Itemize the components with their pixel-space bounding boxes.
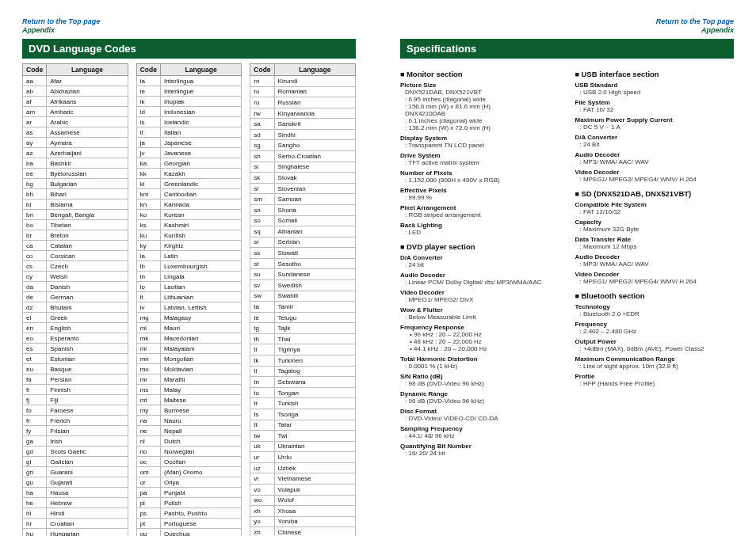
- lang-code: sq: [250, 226, 274, 238]
- lang-code: oc: [136, 457, 160, 467]
- lang-code: eo: [23, 333, 47, 344]
- table-row: ukUkrainian: [250, 441, 356, 452]
- lang-name: Esperanto: [47, 333, 128, 344]
- lang-name: Fiji: [47, 395, 128, 405]
- spec-value: 2.402 – 2.480 GHz: [575, 328, 735, 335]
- spec-item: CapacityMaximum 32G Byte: [575, 219, 735, 233]
- return-link[interactable]: Return to the Top page: [656, 17, 734, 25]
- lang-name: Italian: [160, 127, 241, 138]
- spec-item: Wow & FlutterBelow Measurable Limit: [400, 306, 559, 321]
- lang-name: Breton: [47, 230, 128, 241]
- table-row: ptPortuguese: [136, 519, 242, 529]
- table-row: thThai: [250, 333, 356, 344]
- spec-item: Sampling Frequency44.1/ 48/ 96 kHz: [400, 425, 559, 439]
- table-row: saSanskrit: [250, 119, 356, 130]
- spec-value: MPEG1/ MPEG2/ MPEG4/ WMV/ H.264: [575, 176, 735, 183]
- lang-code: id: [136, 107, 160, 117]
- spec-value: TFT active matrix system: [400, 159, 559, 166]
- table-row: csCzech: [23, 261, 128, 272]
- lang-name: Czech: [47, 261, 128, 272]
- lang-name: Volapuk: [274, 484, 355, 495]
- table-row: ruRussian: [250, 97, 356, 108]
- spec-value: Bluetooth 2.0 +EDR: [575, 310, 735, 317]
- spec-label: S/N Ratio (dB): [400, 373, 559, 380]
- lang-code: la: [136, 251, 160, 261]
- lang-code: mi: [136, 323, 160, 333]
- lang-code: ky: [136, 241, 160, 251]
- lang-name: Telugu: [274, 312, 355, 323]
- table-row: noNorwegian: [136, 447, 242, 457]
- lang-code: br: [23, 230, 47, 241]
- col-code: Code: [136, 64, 160, 76]
- lang-tables: Code Language aaAfarabAbkhazianafAfrikaa…: [22, 63, 356, 536]
- table-row: srSerbian: [250, 237, 356, 248]
- table-row: paPunjabi: [136, 488, 242, 498]
- table-row: ayAymara: [23, 138, 128, 148]
- table-row: tkTurkmen: [250, 355, 356, 367]
- spec-label: Sampling Frequency: [400, 425, 559, 432]
- table-row: mkMacedonian: [136, 333, 242, 344]
- return-link[interactable]: Return to the Top page: [22, 17, 100, 25]
- table-row: idIndonesian: [136, 107, 242, 117]
- table-row: tiTigrinya: [250, 344, 356, 355]
- table-row: elGreek: [23, 313, 128, 323]
- lang-name: Tsonga: [274, 409, 355, 420]
- lang-name: Malayalam: [160, 344, 241, 354]
- table-row: baBashkir: [23, 158, 128, 169]
- spec-value: 98 dB (DVD-Video 96 kHz): [400, 397, 559, 405]
- table-row: suSundanese: [250, 269, 356, 280]
- spec-value: MPEG1/ MPEG2/ MPEG4/ WMV/ H.264: [575, 278, 735, 285]
- lang-name: Bashkir: [47, 158, 128, 169]
- table-row: zhChinese: [250, 527, 356, 536]
- table-row: haHausa: [23, 488, 128, 498]
- spec-col-right: USB interface sectionUSB StandardUSB 2.0…: [575, 63, 735, 460]
- lang-code: sw: [250, 291, 274, 302]
- lang-name: Tamil: [274, 302, 355, 313]
- lang-name: Persian: [47, 374, 128, 385]
- lang-code: lt: [136, 292, 160, 302]
- lang-name: Ukrainian: [274, 441, 355, 452]
- appendix-link[interactable]: Appendix: [22, 26, 55, 34]
- table-row: trTurkish: [250, 398, 356, 409]
- spec-value: Maximum 32G Byte: [575, 226, 735, 233]
- lang-code: my: [136, 405, 160, 416]
- lang-code: gd: [23, 447, 47, 457]
- lang-code: na: [136, 416, 160, 426]
- section-heading: DVD player section: [400, 242, 559, 251]
- spec-label: Total Harmonic Distortion: [400, 355, 559, 363]
- spec-value: RGB striped arrangement: [400, 211, 559, 219]
- lang-code: uk: [250, 441, 274, 452]
- lang-code: af: [23, 97, 47, 107]
- lang-name: English: [47, 323, 128, 333]
- lang-name: Serbian: [274, 237, 355, 248]
- lang-name: Malay: [160, 385, 241, 395]
- section-heading: Monitor section: [400, 70, 559, 78]
- spec-col-left: Monitor sectionPicture SizeDNX521DAB, DN…: [400, 63, 559, 460]
- lang-name: Luxembourgish: [160, 261, 241, 272]
- lang-code: ms: [136, 385, 160, 395]
- section-heading: SD (DNX521DAB, DNX521VBT): [575, 189, 735, 198]
- spec-label: Back Lighting: [400, 222, 559, 229]
- lang-name: Sanskrit: [274, 119, 355, 130]
- lang-name: Sindhi: [274, 129, 355, 140]
- spec-label: Maximum Power Supply Current: [575, 116, 735, 124]
- lang-code: ay: [23, 138, 47, 148]
- lang-name: Assamese: [47, 127, 128, 138]
- lang-name: Greek: [47, 313, 128, 323]
- lang-code: it: [136, 127, 160, 138]
- table-row: abAbkhazian: [23, 86, 128, 97]
- lang-name: Tatar: [274, 420, 355, 431]
- lang-code: ja: [136, 138, 160, 148]
- table-row: frFrench: [23, 416, 128, 426]
- table-row: uzUzbek: [250, 462, 356, 473]
- lang-name: Frisian: [47, 426, 128, 436]
- table-row: stSesotho: [250, 258, 356, 269]
- appendix-link[interactable]: Appendix: [701, 26, 734, 34]
- lang-code: th: [250, 333, 274, 344]
- lang-code: aa: [23, 76, 47, 86]
- lang-name: Irish: [47, 436, 128, 447]
- spec-label: Disc Format: [400, 408, 559, 415]
- spec-bullet: 44.1 kHz : 20 – 20,000 Hz: [410, 345, 559, 352]
- lang-name: Siswati: [274, 248, 355, 259]
- table-row: toTongan: [250, 387, 356, 398]
